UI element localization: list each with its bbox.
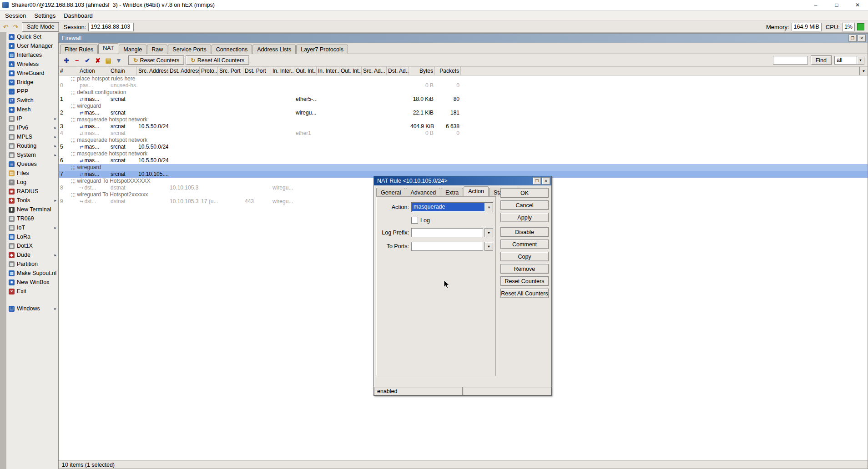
- nav-back-icon[interactable]: ↶: [2, 23, 10, 31]
- tab-service-ports[interactable]: Service Ports: [168, 45, 211, 54]
- sidebar-item-iot[interactable]: ▦IoT▸: [6, 223, 58, 232]
- column-header-src_port[interactable]: Src. Port: [218, 67, 243, 75]
- reset-all-counters-button[interactable]: Reset All Counters: [500, 289, 549, 298]
- remove-button[interactable]: Remove: [500, 264, 549, 274]
- tab-raw[interactable]: Raw: [147, 45, 167, 54]
- dialog-tab-advanced[interactable]: Advanced: [406, 188, 440, 197]
- dialog-titlebar[interactable]: NAT Rule <10.10.105.0/24> ❐ ✕: [374, 176, 551, 185]
- maximize-icon[interactable]: □: [826, 0, 847, 10]
- column-header-chain[interactable]: Chain: [109, 67, 137, 75]
- column-header-dst_port[interactable]: Dst. Port: [243, 67, 271, 75]
- sidebar-item-mpls[interactable]: ▦MPLS▸: [6, 132, 58, 141]
- menu-settings[interactable]: Settings: [30, 11, 60, 20]
- sidebar-item-user-manager[interactable]: ●User Manager: [6, 41, 58, 50]
- menu-session[interactable]: Session: [1, 11, 30, 20]
- sidebar-item-mesh[interactable]: ◈Mesh: [6, 105, 58, 114]
- cancel-button[interactable]: Cancel: [500, 200, 549, 210]
- column-header-action[interactable]: Action: [78, 67, 109, 75]
- sidebar-item-ipv6[interactable]: ▦IPv6▸: [6, 123, 58, 132]
- sidebar-item-make-supout[interactable]: ▦Make Supout.rif: [6, 269, 58, 278]
- column-header-protocol[interactable]: Proto...: [200, 67, 218, 75]
- comment-row[interactable]: ;;; masquerade hotspot network: [59, 150, 868, 157]
- column-header-src_address[interactable]: Src. Address: [137, 67, 168, 75]
- filter-scope-combo[interactable]: all ▼: [834, 56, 864, 65]
- dialog-tab-action[interactable]: Action: [464, 186, 489, 197]
- dialog-close-icon[interactable]: ✕: [542, 177, 550, 185]
- column-header-in_if2[interactable]: In. Inter...: [317, 67, 339, 75]
- nat-rule-row[interactable]: 6⇄mas...srcnat10.5.50.0/24: [59, 157, 868, 164]
- menu-dashboard[interactable]: Dashboard: [60, 11, 97, 20]
- sidebar-item-switch[interactable]: ⇄Switch: [6, 96, 58, 105]
- comment-row[interactable]: ;;; masquerade hotspot network: [59, 137, 868, 144]
- close-icon[interactable]: ✕: [847, 0, 868, 10]
- comment-row[interactable]: ;;; place hotspot rules here: [59, 75, 868, 82]
- to-ports-input[interactable]: [411, 242, 483, 251]
- comment-row[interactable]: ;;; masquerade hotspot network: [59, 116, 868, 123]
- sidebar-item-bridge[interactable]: ≍Bridge: [6, 78, 58, 87]
- log-checkbox[interactable]: [411, 217, 418, 224]
- filter-icon[interactable]: ▼: [114, 56, 123, 65]
- dialog-maximize-icon[interactable]: ❐: [533, 177, 541, 185]
- tab-layer7-protocols[interactable]: Layer7 Protocols: [296, 45, 348, 54]
- column-header-src_ad[interactable]: Src. Ad...: [362, 67, 387, 75]
- sidebar-item-partition[interactable]: ▦Partition: [6, 259, 58, 269]
- column-header-bytes[interactable]: Bytes: [409, 67, 435, 75]
- sidebar-item-dude[interactable]: ◆Dude▸: [6, 250, 58, 259]
- remove-icon[interactable]: −: [72, 56, 81, 65]
- nat-rule-row[interactable]: 5⇄mas...srcnat10.5.50.0/24: [59, 144, 868, 150]
- sidebar-item-lora[interactable]: ▦LoRa: [6, 232, 58, 241]
- safe-mode-button[interactable]: Safe Mode: [22, 22, 59, 32]
- column-header-out_if2[interactable]: Out. Int...: [339, 67, 362, 75]
- tab-filter-rules[interactable]: Filter Rules: [60, 45, 98, 54]
- nat-rule-row[interactable]: 4⇄mas...srcnatether10 B0: [59, 130, 868, 137]
- comment-row[interactable]: ;;; default configuration: [59, 89, 868, 96]
- column-header-in_if[interactable]: In. Inter...: [271, 67, 294, 75]
- comment-row[interactable]: ;;; wireguard: [59, 103, 868, 110]
- nat-rule-row[interactable]: 3⇄mas...srcnat10.5.50.0/24404.9 KiB6 638: [59, 123, 868, 130]
- nat-rule-row[interactable]: 1⇄mas...srcnatether5-...18.0 KiB80: [59, 96, 868, 103]
- log-prefix-input[interactable]: [411, 228, 483, 237]
- action-combobox[interactable]: masquerade ▼: [411, 202, 493, 212]
- column-header-packets[interactable]: Packets: [435, 67, 461, 75]
- disable-icon[interactable]: ✘: [93, 56, 102, 65]
- sidebar-item-new-winbox[interactable]: ■New WinBox: [6, 278, 58, 287]
- firewall-titlebar[interactable]: Firewall ❐ ✕: [59, 34, 868, 43]
- nat-rule-row[interactable]: 2⇄mas...srcnatwiregu...22.1 KiB181: [59, 110, 868, 116]
- dialog-tab-extra[interactable]: Extra: [441, 188, 463, 197]
- column-header-num[interactable]: #: [59, 67, 78, 75]
- chevron-down-icon[interactable]: ▼: [857, 56, 864, 65]
- sidebar-item-log[interactable]: ≡Log: [6, 178, 58, 187]
- sidebar-item-new-terminal[interactable]: ▮New Terminal: [6, 205, 58, 214]
- sidebar-item-wireguard[interactable]: ■WireGuard: [6, 69, 58, 78]
- nav-forward-icon[interactable]: ↷: [12, 23, 20, 31]
- sidebar-item-wireless[interactable]: ▲Wireless: [6, 60, 58, 69]
- chevron-down-icon[interactable]: ▼: [485, 203, 493, 212]
- dialog-tab-general[interactable]: General: [376, 188, 405, 197]
- tab-address-lists[interactable]: Address Lists: [252, 45, 296, 54]
- tab-nat[interactable]: NAT: [98, 43, 118, 54]
- sidebar-item-queues[interactable]: ≣Queues: [6, 160, 58, 169]
- session-field[interactable]: 192.168.88.103: [88, 23, 134, 31]
- minimize-icon[interactable]: –: [805, 0, 826, 10]
- reset-counters-button[interactable]: ↻ Reset Counters: [128, 55, 184, 65]
- nat-rule-row[interactable]: 0pas...unused-hs...0 B0: [59, 82, 868, 89]
- comment-icon[interactable]: ▤: [104, 56, 113, 65]
- ok-button[interactable]: OK: [500, 188, 549, 198]
- find-button[interactable]: Find: [811, 55, 832, 65]
- copy-button[interactable]: Copy: [500, 252, 549, 261]
- tab-mangle[interactable]: Mangle: [119, 45, 146, 54]
- find-input[interactable]: [773, 56, 808, 65]
- log-prefix-dropdown-icon[interactable]: ▼: [484, 228, 493, 237]
- sidebar-item-exit[interactable]: ✕Exit: [6, 287, 58, 296]
- sidebar-item-interfaces[interactable]: ▤Interfaces: [6, 50, 58, 60]
- apply-button[interactable]: Apply: [500, 213, 549, 222]
- sidebar-item-routing[interactable]: ▦Routing▸: [6, 141, 58, 150]
- column-chooser-icon[interactable]: ▼: [859, 67, 868, 75]
- to-ports-dropdown-icon[interactable]: ▼: [484, 242, 493, 251]
- sidebar-item-radius[interactable]: ◉RADIUS: [6, 187, 58, 196]
- column-header-dst_address[interactable]: Dst. Address: [168, 67, 200, 75]
- comment-row[interactable]: ;;; wireguard: [59, 164, 868, 171]
- sidebar-item-tools[interactable]: ✚Tools▸: [6, 196, 58, 205]
- tab-connections[interactable]: Connections: [212, 45, 252, 54]
- column-header-dst_ad[interactable]: Dst. Ad...: [387, 67, 409, 75]
